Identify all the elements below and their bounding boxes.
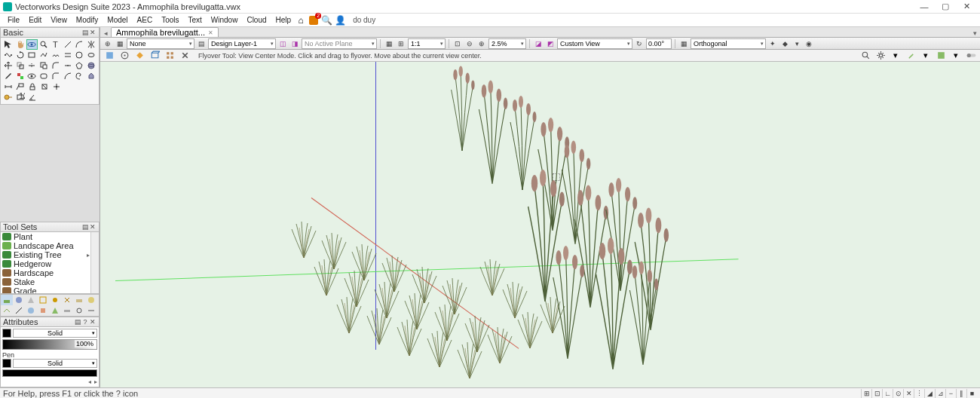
vb-extra-3[interactable]: ▾ — [792, 38, 802, 49]
vp-brush-icon[interactable] — [905, 51, 917, 61]
chamfer-tool[interactable] — [50, 71, 62, 81]
flyover-tool[interactable] — [26, 39, 38, 50]
render-dropdown[interactable]: Orthogonal — [691, 38, 766, 49]
status-snap-6[interactable]: ⋮ — [914, 389, 924, 398]
vp-toggle-icon[interactable] — [965, 51, 977, 61]
ts-icon-4[interactable] — [37, 295, 49, 305]
dim-tool[interactable] — [2, 81, 14, 92]
rotation-input[interactable]: 0.00° — [646, 38, 672, 49]
palette-menu-icon[interactable]: ▤ — [81, 29, 89, 36]
toolset-landscape-area[interactable]: Landscape Area — [1, 241, 99, 250]
visibility-tool[interactable] — [26, 71, 38, 81]
class-dropdown[interactable]: None — [127, 38, 194, 49]
vb-extra-1[interactable]: ✦ — [767, 38, 778, 49]
ts-icon-7[interactable] — [73, 295, 85, 305]
home-icon[interactable]: ⌂ — [296, 15, 306, 26]
menu-window[interactable]: Window — [207, 16, 243, 24]
clip-tool[interactable] — [38, 60, 50, 71]
oval-tool[interactable] — [85, 50, 97, 60]
plane-dropdown[interactable]: No Active Plane — [302, 38, 377, 49]
pen-mode-select[interactable]: Solid — [13, 359, 97, 368]
class-icon[interactable]: ▦ — [115, 38, 125, 49]
ts-icon-8[interactable] — [85, 295, 97, 305]
fillet-tool[interactable] — [50, 60, 62, 71]
reshape-tool[interactable] — [2, 50, 14, 60]
toolset-hedgerow[interactable]: Hedgerow — [1, 259, 99, 268]
quartercircle-tool[interactable] — [62, 71, 74, 81]
push-tool[interactable] — [85, 71, 97, 81]
ts-icon-2[interactable] — [13, 295, 25, 305]
split-tool[interactable] — [26, 60, 38, 71]
attributes-menu-icon[interactable]: ▤ — [74, 318, 81, 326]
number-stamp-tool[interactable]: 12 — [14, 92, 26, 103]
menu-view[interactable]: View — [46, 16, 72, 24]
mode-5[interactable] — [164, 51, 176, 61]
zoom-tool[interactable] — [38, 39, 50, 50]
rectangle-tool[interactable] — [26, 50, 38, 60]
menu-cloud[interactable]: Cloud — [242, 16, 271, 24]
opacity-slider[interactable]: 100% — [2, 339, 97, 350]
status-snap-2[interactable]: ⊡ — [871, 389, 882, 398]
status-snap-1[interactable]: ⊞ — [861, 389, 871, 398]
polygon-tool[interactable] — [74, 60, 86, 71]
scale-dropdown[interactable]: 1:1 — [408, 38, 446, 49]
ts-icon-12[interactable] — [37, 305, 49, 316]
status-snap-8[interactable]: ⊿ — [935, 389, 945, 398]
attributes-header[interactable]: Attributes ▤ ? ✕ — [0, 317, 100, 327]
menu-model[interactable]: Model — [103, 16, 132, 24]
menu-tools[interactable]: Tools — [157, 16, 183, 24]
roundrect-tool[interactable] — [38, 71, 50, 81]
toolset-stake[interactable]: Stake — [1, 277, 99, 286]
status-snap-5[interactable]: ✕ — [903, 389, 914, 398]
view-cube-icon[interactable]: ◩ — [545, 38, 556, 49]
plane-icon[interactable]: ◫ — [277, 38, 288, 49]
ts-icon-9[interactable] — [1, 305, 13, 316]
search-icon[interactable]: 🔍 — [321, 15, 332, 26]
eyedropper-tool[interactable] — [2, 71, 14, 81]
render-icon[interactable]: ▦ — [678, 38, 689, 49]
tape-tool[interactable] — [2, 92, 14, 103]
text-tool[interactable]: T — [50, 39, 62, 50]
vp-dd-3[interactable]: ▾ — [950, 51, 962, 61]
pen-weight-bar[interactable] — [2, 369, 97, 377]
move-tool[interactable] — [2, 60, 14, 71]
saved-view-icon[interactable]: ▦ — [384, 38, 394, 49]
nav-back-button[interactable]: ⊕ — [103, 38, 113, 49]
ts-icon-10[interactable] — [13, 305, 25, 316]
status-stop[interactable]: ■ — [966, 389, 977, 398]
vp-dd-2[interactable]: ▾ — [920, 51, 932, 61]
toolsets-menu-icon[interactable]: ▤ — [81, 223, 89, 231]
tab-close-icon[interactable]: ✕ — [208, 29, 213, 36]
menu-file[interactable]: File — [3, 16, 24, 24]
layer-dropdown[interactable]: Design Layer-1 — [208, 38, 276, 49]
toolset-grade[interactable]: Grade — [1, 286, 99, 294]
line-tool[interactable] — [62, 39, 74, 50]
toolsets-header[interactable]: Tool Sets ▤ ✕ — [0, 222, 100, 232]
ts-icon-3[interactable] — [25, 295, 37, 305]
plane-icon-2[interactable]: ◨ — [289, 38, 300, 49]
vp-dd-1[interactable]: ▾ — [890, 51, 902, 61]
toolset-existing-tree[interactable]: Existing Tree▸ — [1, 250, 99, 259]
maximize-button[interactable]: ▢ — [935, 2, 956, 11]
selection-tool[interactable] — [2, 39, 14, 50]
layer-icon[interactable]: ▤ — [196, 38, 207, 49]
status-zoom-out[interactable]: − — [945, 389, 956, 398]
polyline-tool[interactable] — [38, 50, 50, 60]
menu-help[interactable]: Help — [271, 16, 296, 24]
attr-arrow-left-icon[interactable]: ◂ — [88, 378, 91, 385]
notifications-icon[interactable] — [309, 16, 318, 25]
spiral-tool[interactable] — [74, 71, 86, 81]
view-dropdown[interactable]: Custom View — [557, 38, 632, 49]
vp-magnify-icon[interactable] — [859, 51, 871, 61]
rotate-icon[interactable]: ↻ — [634, 38, 645, 49]
arc-tool[interactable] — [74, 39, 86, 50]
attributes-close-icon[interactable]: ✕ — [89, 318, 96, 326]
menu-text[interactable]: Text — [183, 16, 206, 24]
angle-tool[interactable] — [26, 92, 38, 103]
mode-6[interactable] — [179, 51, 191, 61]
mode-2[interactable] — [118, 51, 130, 61]
viewport[interactable] — [100, 62, 980, 387]
vp-shade-icon[interactable] — [935, 51, 947, 61]
fill-color-swatch[interactable] — [2, 329, 11, 338]
ts-icon-14[interactable] — [61, 305, 73, 316]
